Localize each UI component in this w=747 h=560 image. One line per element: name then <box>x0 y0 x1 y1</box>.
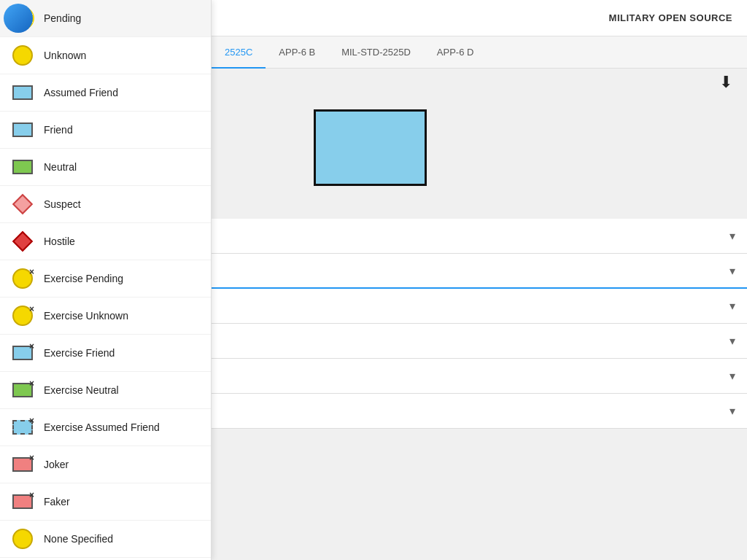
menu-item-label-exercise-friend: Exercise Friend <box>44 347 115 359</box>
menu-item-label-joker: Joker <box>44 459 69 470</box>
faker-icon <box>12 491 34 513</box>
menu-item-label-assumed-friend: Assumed Friend <box>44 87 118 98</box>
dropdown-row-1[interactable]: ▾ <box>212 219 747 254</box>
menu-item-label-none-specified: None Specified <box>44 533 113 545</box>
exercise-unknown-icon <box>12 305 34 327</box>
menu-item-label-neutral: Neutral <box>44 161 77 173</box>
dropdown-arrow-2: ▾ <box>729 264 735 278</box>
suspect-icon <box>12 193 34 215</box>
menu-item-label-exercise-unknown: Exercise Unknown <box>44 310 128 322</box>
menu-item-joker[interactable]: Joker <box>0 446 211 483</box>
tab-app6d[interactable]: APP-6 D <box>424 36 487 69</box>
exercise-neutral-icon <box>12 379 34 401</box>
menu-item-label-exercise-assumed-friend: Exercise Assumed Friend <box>44 421 160 433</box>
menu-item-exercise-assumed-friend[interactable]: Exercise Assumed Friend <box>0 409 211 446</box>
affiliation-dropdown-menu: PendingUnknownAssumed FriendFriendNeutra… <box>0 0 212 560</box>
dropdown-arrow-6: ▾ <box>729 404 735 418</box>
unknown-icon <box>12 44 34 66</box>
download-button[interactable]: ⬇ <box>719 73 732 92</box>
dropdown-row-5[interactable]: ▾ <box>212 359 747 394</box>
menu-item-label-suspect: Suspect <box>44 198 81 210</box>
download-icon: ⬇ <box>719 73 732 91</box>
menu-item-label-hostile: Hostile <box>44 236 75 247</box>
menu-item-none-specified[interactable]: None Specified <box>0 521 211 558</box>
symbol-preview <box>314 109 427 186</box>
app-logo <box>4 4 33 33</box>
tab-app6b[interactable]: APP-6 B <box>266 36 328 69</box>
menu-item-unknown[interactable]: Unknown <box>0 37 211 74</box>
menu-item-label-exercise-neutral: Exercise Neutral <box>44 384 119 396</box>
menu-item-suspect[interactable]: Suspect <box>0 186 211 223</box>
friend-icon <box>12 119 34 141</box>
menu-item-hostile[interactable]: Hostile <box>0 223 211 260</box>
dropdown-row-3[interactable]: ▾ <box>212 289 747 324</box>
dropdown-arrow-3: ▾ <box>729 299 735 313</box>
app-title: MILITARY OPEN SOURCE <box>609 12 732 23</box>
menu-item-faker[interactable]: Faker <box>0 483 211 521</box>
none-specified-icon <box>12 528 34 550</box>
dropdown-arrow-5: ▾ <box>729 369 735 383</box>
menu-item-exercise-pending[interactable]: Exercise Pending <box>0 260 211 298</box>
dropdown-arrow-1: ▾ <box>729 229 735 243</box>
menu-item-neutral[interactable]: Neutral <box>0 149 211 186</box>
menu-item-label-friend: Friend <box>44 124 73 136</box>
dropdown-row-4[interactable]: ▾ <box>212 324 747 359</box>
menu-item-label-exercise-pending: Exercise Pending <box>44 273 123 284</box>
joker-icon <box>12 454 34 475</box>
exercise-pending-icon <box>12 268 34 289</box>
tab-milstd2525d[interactable]: MIL-STD-2525D <box>328 36 424 69</box>
exercise-friend-icon <box>12 342 34 364</box>
neutral-icon <box>12 156 34 178</box>
dropdown-arrow-4: ▾ <box>729 334 735 348</box>
menu-item-exercise-neutral[interactable]: Exercise Neutral <box>0 372 211 409</box>
menu-item-exercise-unknown[interactable]: Exercise Unknown <box>0 298 211 335</box>
assumed-friend-icon <box>12 82 34 104</box>
menu-item-label-unknown: Unknown <box>44 50 86 61</box>
menu-item-friend[interactable]: Friend <box>0 112 211 149</box>
dropdown-row-2[interactable]: ▾ <box>212 254 747 289</box>
menu-item-exercise-friend[interactable]: Exercise Friend <box>0 335 211 372</box>
exercise-assumed-friend-icon <box>12 416 34 438</box>
dropdown-rows-container: ▾ ▾ ▾ ▾ ▾ ▾ <box>212 219 747 560</box>
menu-item-label-faker: Faker <box>44 496 70 508</box>
tab-2525c[interactable]: 2525C <box>212 36 266 69</box>
menu-item-label-pending: Pending <box>44 12 81 24</box>
dropdown-row-6[interactable]: ▾ <box>212 394 747 429</box>
hostile-icon <box>12 230 34 252</box>
menu-item-assumed-friend[interactable]: Assumed Friend <box>0 74 211 112</box>
